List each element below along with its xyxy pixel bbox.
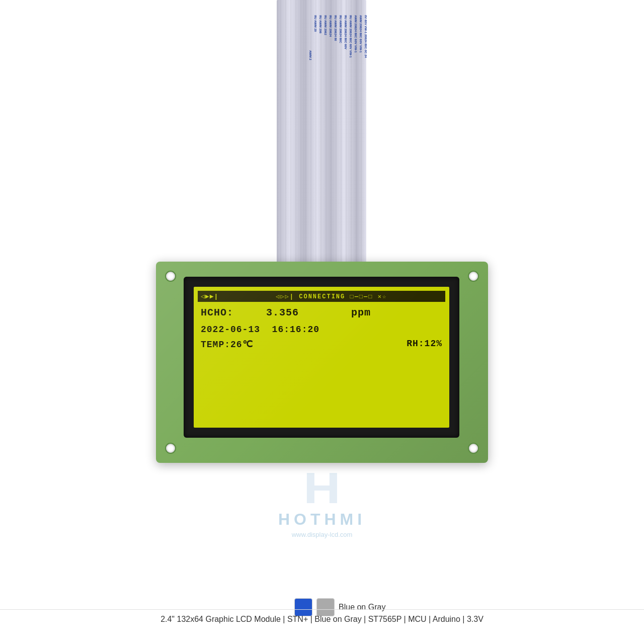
- svg-text:ЯU  AWM  20: ЯU AWM 20: [314, 15, 317, 32]
- mount-hole-tl: [165, 271, 176, 282]
- svg-text:ЯU  AWM  2062: ЯU AWM 2062: [324, 15, 327, 35]
- svg-text:ЯU  AWM  20624  80C  60V: ЯU AWM 20624 80C 60V: [344, 15, 347, 49]
- svg-text:ЯU  AWM  20624: ЯU AWM 20624: [329, 15, 332, 37]
- lcd-datetime-text: 2022-06-13 16:16:20: [201, 325, 319, 335]
- hothmi-brand-text: HOTHMI: [278, 510, 366, 529]
- fpc-cable-svg: 0V 60V VW-1 20624 80C 0C 24 AWM 20624 80…: [272, 0, 372, 272]
- svg-text:AWM  20624  80C  60V  VW-1: AWM 20624 80C 60V VW-1: [354, 15, 357, 53]
- svg-text:ЯU  AWM  20624  80C  60V  VW-1: ЯU AWM 20624 80C 60V VW-1: [349, 15, 352, 58]
- lcd-screen: ◁▶▶| ◁▷▷| CONNECTING □—□—□ ✕☆ HCHO: 3.35…: [194, 287, 449, 428]
- svg-text:AWM  20624  80C  60V  VW-1: AWM 20624 80C 60V VW-1: [359, 15, 362, 53]
- lcd-content: ◁▶▶| ◁▷▷| CONNECTING □—□—□ ✕☆ HCHO: 3.35…: [198, 291, 445, 424]
- lcd-status-text: ◁▷▷| CONNECTING □—□—□ ✕☆: [220, 293, 442, 300]
- lcd-env-row: TEMP:26℃ RH:12%: [198, 337, 445, 352]
- mount-hole-bl: [165, 443, 176, 454]
- logo-area: HOTHMI www.display-lcd.com: [278, 468, 366, 538]
- mount-hole-tr: [468, 271, 479, 282]
- fpc-cable-area: 0V 60V VW-1 20624 80C 0C 24 AWM 20624 80…: [272, 0, 372, 272]
- caption-text: 2.4" 132x64 Graphic LCD Module | STN+ | …: [160, 615, 484, 623]
- svg-text:ЯU  AWM  20624  80: ЯU AWM 20624 80: [334, 15, 337, 41]
- lcd-rh-text: RH:12%: [407, 339, 442, 350]
- page-container: 0V 60V VW-1 20624 80C 0C 24 AWM 20624 80…: [0, 0, 644, 644]
- lcd-hcho-label: HCHO: 3.356 ppm: [201, 307, 371, 318]
- svg-text:AWM  2: AWM 2: [309, 50, 312, 60]
- svg-rect-0: [277, 0, 366, 267]
- lcd-datetime-row: 2022-06-13 16:16:20: [198, 323, 445, 337]
- lcd-status-bar: ◁▶▶| ◁▷▷| CONNECTING □—□—□ ✕☆: [198, 291, 445, 302]
- lcd-bezel: ◁▶▶| ◁▷▷| CONNECTING □—□—□ ✕☆ HCHO: 3.35…: [184, 277, 459, 438]
- lcd-status-icon-left: ◁▶▶|: [201, 292, 218, 300]
- pcb-board: ◁▶▶| ◁▷▷| CONNECTING □—□—□ ✕☆ HCHO: 3.35…: [156, 262, 488, 463]
- caption-bar: 2.4" 132x64 Graphic LCD Module | STN+ | …: [0, 609, 644, 629]
- hothmi-logo-icon: [302, 468, 342, 508]
- lcd-temp-text: TEMP:26℃: [201, 339, 253, 350]
- svg-text:ЯU  AWM  20624  80C: ЯU AWM 20624 80C: [339, 15, 342, 43]
- svg-text:0V  60V  VW-1  20624  80C  0C : 0V 60V VW-1 20624 80C 0C 24: [364, 15, 367, 58]
- lcd-hcho-row: HCHO: 3.356 ppm: [198, 303, 445, 323]
- hothmi-url-text: www.display-lcd.com: [292, 531, 353, 538]
- mount-hole-br: [468, 443, 479, 454]
- svg-text:ЯU  AWM  206: ЯU AWM 206: [319, 15, 322, 34]
